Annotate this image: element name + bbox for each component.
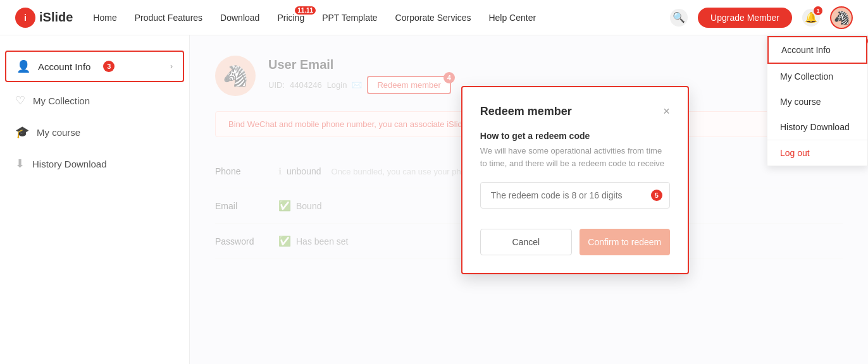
nav-help-center[interactable]: Help Center — [488, 13, 536, 23]
logo-icon: i — [15, 8, 35, 28]
account-dropdown: Account Info 2 My Collection My course H… — [767, 35, 868, 166]
cancel-button[interactable]: Cancel — [480, 229, 572, 255]
navbar-right: 🔍 Upgrade Member 🔔 1 🦓 — [670, 6, 853, 29]
redeem-code-input[interactable] — [480, 182, 670, 209]
dropdown-logout[interactable]: Log out — [767, 140, 867, 166]
notif-count: 1 — [814, 6, 822, 15]
page-layout: 👤 Account Info 3 › ♡ My Collection 🎓 My … — [0, 35, 868, 364]
redeem-modal: Redeem member × How to get a redeem code… — [461, 86, 689, 274]
account-info-icon: 👤 — [16, 59, 30, 73]
course-icon: 🎓 — [15, 125, 29, 139]
chevron-right-icon: › — [170, 62, 173, 71]
logo[interactable]: i iSlide — [15, 8, 73, 28]
nav-ppt-template[interactable]: PPT Template — [322, 13, 377, 23]
modal-subtitle: How to get a redeem code — [480, 131, 670, 141]
sidebar: 👤 Account Info 3 › ♡ My Collection 🎓 My … — [0, 35, 190, 364]
sidebar-item-my-course[interactable]: 🎓 My course — [0, 116, 189, 148]
modal-close-btn[interactable]: × — [663, 105, 670, 118]
dropdown-account-info[interactable]: Account Info 2 — [767, 36, 867, 64]
nav-pricing[interactable]: Pricing 11.11 — [277, 13, 304, 23]
sidebar-item-account-info[interactable]: 👤 Account Info 3 › — [5, 51, 184, 82]
modal-actions: Cancel Confirm to redeem — [480, 229, 670, 255]
upgrade-btn[interactable]: Upgrade Member — [698, 8, 792, 28]
dropdown-my-collection[interactable]: My Collection — [767, 64, 867, 89]
notification-bell[interactable]: 🔔 1 — [802, 9, 820, 27]
nav-corporate-services[interactable]: Corporate Services — [395, 13, 471, 23]
sidebar-item-my-collection[interactable]: ♡ My Collection — [0, 85, 189, 116]
logo-text: iSlide — [39, 10, 73, 25]
modal-header: Redeem member × — [480, 105, 670, 118]
collection-icon: ♡ — [15, 94, 25, 107]
nav-home[interactable]: Home — [93, 13, 116, 23]
step-3-badge: 3 — [103, 61, 115, 72]
pricing-badge: 11.11 — [295, 6, 316, 15]
modal-description: We will have some operational activities… — [480, 145, 670, 169]
modal-title: Redeem member — [480, 105, 572, 118]
redeem-input-wrap: 5 — [480, 182, 670, 209]
user-avatar-btn[interactable]: 🦓 — [830, 6, 853, 29]
confirm-redeem-button[interactable]: Confirm to redeem — [580, 229, 670, 255]
step-5-badge: 5 — [651, 190, 662, 201]
sidebar-item-history-download[interactable]: ⬇ History Download — [0, 148, 189, 179]
navbar: i iSlide Home Product Features Download … — [0, 0, 868, 35]
nav-product-features[interactable]: Product Features — [135, 13, 202, 23]
search-icon[interactable]: 🔍 — [670, 9, 688, 27]
dropdown-my-course[interactable]: My course — [767, 89, 867, 114]
dropdown-history-download[interactable]: History Download — [767, 114, 867, 140]
nav-download[interactable]: Download — [220, 13, 259, 23]
download-icon: ⬇ — [15, 157, 25, 171]
nav-links: Home Product Features Download Pricing 1… — [93, 13, 670, 23]
